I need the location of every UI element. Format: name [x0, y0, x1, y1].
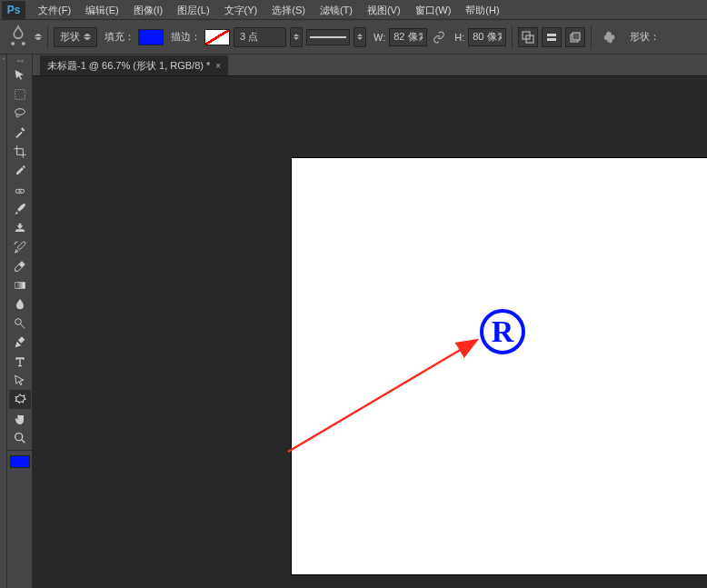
- shape-mode-label: 形状: [60, 30, 80, 44]
- svg-point-0: [12, 42, 14, 44]
- hand-tool[interactable]: [9, 409, 31, 428]
- dropdown-icon: [357, 32, 363, 43]
- close-icon[interactable]: ×: [215, 61, 221, 71]
- svg-rect-8: [15, 89, 25, 99]
- menu-window[interactable]: 窗口(W): [408, 0, 459, 20]
- fill-label: 填充：: [105, 30, 134, 44]
- custom-shape-tool[interactable]: [9, 390, 31, 409]
- move-tool[interactable]: [9, 65, 31, 85]
- path-align-button[interactable]: [542, 27, 562, 47]
- stroke-width-input[interactable]: 3 点: [234, 27, 286, 47]
- zoom-tool[interactable]: [9, 428, 31, 447]
- eyedropper-tool[interactable]: [9, 161, 31, 180]
- width-label: W:: [373, 32, 385, 43]
- marquee-tool[interactable]: [9, 85, 31, 104]
- svg-point-13: [15, 433, 22, 440]
- app-logo: Ps: [2, 1, 25, 19]
- eraser-tool[interactable]: [9, 256, 31, 275]
- brush-tool[interactable]: [9, 199, 31, 218]
- svg-rect-11: [15, 282, 25, 288]
- svg-rect-5: [547, 38, 556, 41]
- menu-select[interactable]: 选择(S): [264, 0, 313, 20]
- history-brush-tool[interactable]: [9, 237, 31, 256]
- link-icon[interactable]: [431, 29, 447, 45]
- width-input[interactable]: [389, 28, 427, 46]
- lasso-tool[interactable]: [9, 104, 31, 123]
- height-input[interactable]: [468, 28, 506, 46]
- svg-rect-4: [547, 34, 556, 36]
- stroke-style-dropdown[interactable]: [354, 27, 366, 47]
- stroke-width-dropdown[interactable]: [290, 27, 303, 47]
- tool-preset-icon[interactable]: [5, 25, 31, 50]
- path-selection-tool[interactable]: [9, 371, 31, 390]
- svg-point-12: [15, 318, 21, 324]
- menu-layer[interactable]: 图层(L): [170, 0, 216, 20]
- menu-bar: Ps 文件(F) 编辑(E) 图像(I) 图层(L) 文字(Y) 选择(S) 滤…: [0, 0, 707, 20]
- stroke-width-value: 3 点: [240, 30, 258, 44]
- dodge-tool[interactable]: [9, 314, 31, 333]
- svg-point-9: [15, 108, 25, 115]
- blur-tool[interactable]: [9, 294, 31, 314]
- divider: [512, 25, 513, 49]
- dropdown-icon: [84, 32, 91, 43]
- gradient-tool[interactable]: [9, 275, 31, 294]
- fill-swatch[interactable]: [138, 29, 164, 45]
- menu-image[interactable]: 图像(I): [126, 0, 170, 20]
- pen-tool[interactable]: [9, 333, 31, 352]
- canvas-area[interactable]: R: [33, 76, 707, 588]
- dropdown-icon: [294, 32, 299, 43]
- annotation-arrow: [286, 329, 495, 456]
- stroke-swatch[interactable]: [204, 29, 230, 45]
- document-tab-bar: 未标题-1 @ 66.7% (形状 1, RGB/8) * ×: [33, 55, 707, 76]
- path-arrange-button[interactable]: [565, 27, 585, 47]
- menu-filter[interactable]: 滤镜(T): [313, 0, 360, 20]
- shape-mode-select[interactable]: 形状: [54, 27, 97, 47]
- toolbox-grip[interactable]: ◂◂: [7, 56, 32, 65]
- document-tab-title: 未标题-1 @ 66.7% (形状 1, RGB/8) *: [47, 59, 210, 73]
- options-bar: 形状 填充： 描边： 3 点 W: H: 形状：: [0, 20, 707, 55]
- toolbox: ◂◂: [7, 55, 33, 588]
- pathops-combine-button[interactable]: [518, 27, 538, 47]
- crop-tool[interactable]: [9, 142, 31, 161]
- divider: [47, 25, 48, 49]
- clone-stamp-tool[interactable]: [9, 218, 31, 237]
- svg-rect-7: [573, 33, 580, 40]
- magic-wand-tool[interactable]: [9, 123, 31, 142]
- svg-line-15: [288, 340, 477, 452]
- stroke-label: 描边：: [171, 30, 201, 44]
- healing-brush-tool[interactable]: [9, 180, 31, 199]
- type-tool[interactable]: [9, 352, 31, 371]
- stroke-style-select[interactable]: [306, 29, 350, 45]
- document-tab[interactable]: 未标题-1 @ 66.7% (形状 1, RGB/8) * ×: [40, 55, 228, 75]
- workspace: 未标题-1 @ 66.7% (形状 1, RGB/8) * × R: [33, 55, 707, 588]
- menu-edit[interactable]: 编辑(E): [78, 0, 126, 20]
- menu-file[interactable]: 文件(F): [31, 0, 78, 20]
- menu-type[interactable]: 文字(Y): [217, 0, 265, 20]
- svg-point-1: [23, 42, 25, 44]
- menu-help[interactable]: 帮助(H): [458, 0, 506, 20]
- menu-view[interactable]: 视图(V): [360, 0, 408, 20]
- toolbox-divider: [7, 450, 32, 451]
- foreground-color[interactable]: [10, 455, 30, 468]
- canvas[interactable]: R: [292, 158, 707, 574]
- registered-symbol-shape[interactable]: R: [480, 309, 525, 354]
- height-label: H:: [454, 32, 464, 43]
- divider: [591, 25, 592, 49]
- shape-select-label: 形状：: [630, 30, 660, 44]
- gear-icon[interactable]: [597, 25, 622, 50]
- panel-dock-grip[interactable]: ››: [0, 55, 7, 588]
